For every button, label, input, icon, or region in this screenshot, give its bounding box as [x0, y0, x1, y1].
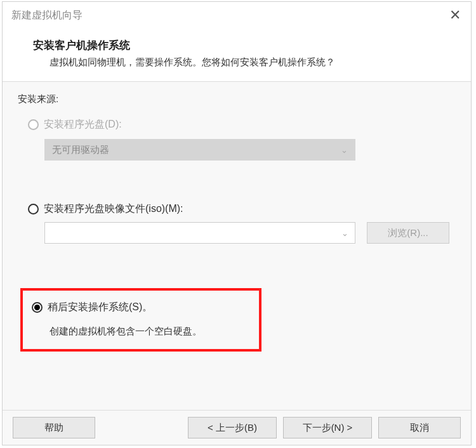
option-later-description: 创建的虚拟机将包含一个空白硬盘。 — [50, 326, 248, 338]
next-button[interactable]: 下一步(N) > — [283, 417, 372, 438]
highlight-annotation: 稍后安装操作系统(S)。 创建的虚拟机将包含一个空白硬盘。 — [20, 288, 261, 352]
option-disc-label: 安装程序光盘(D): — [44, 118, 122, 131]
option-iso-file[interactable]: 安装程序光盘映像文件(iso)(M): — [28, 202, 456, 216]
option-later-label: 稍后安装操作系统(S)。 — [48, 301, 152, 314]
wizard-content: 安装来源: 安装程序光盘(D): 无可用驱动器 ⌄ 安装程序光盘映像文件(iso… — [3, 82, 471, 410]
browse-button[interactable]: 浏览(R)... — [367, 222, 449, 244]
drive-select-text: 无可用驱动器 — [52, 144, 109, 156]
radio-icon — [28, 119, 39, 130]
window-title: 新建虚拟机向导 — [11, 9, 83, 22]
wizard-header: 安装客户机操作系统 虚拟机如同物理机，需要操作系统。您将如何安装客户机操作系统？ — [3, 29, 471, 82]
drive-select: 无可用驱动器 ⌄ — [44, 139, 355, 161]
option-installer-disc[interactable]: 安装程序光盘(D): — [28, 118, 456, 131]
iso-row: ⌄ 浏览(R)... — [44, 222, 456, 244]
header-subtitle: 虚拟机如同物理机，需要操作系统。您将如何安装客户机操作系统？ — [33, 56, 456, 69]
source-section-label: 安装来源: — [18, 93, 456, 105]
iso-path-select[interactable]: ⌄ — [44, 222, 355, 244]
back-button[interactable]: < 上一步(B) — [188, 417, 277, 438]
close-icon[interactable]: ✕ — [443, 6, 467, 25]
chevron-down-icon: ⌄ — [341, 145, 348, 155]
cancel-button[interactable]: 取消 — [378, 417, 461, 438]
radio-icon — [28, 204, 39, 214]
wizard-dialog: 新建虚拟机向导 ✕ 安装客户机操作系统 虚拟机如同物理机，需要操作系统。您将如何… — [2, 1, 472, 445]
wizard-footer: 帮助 < 上一步(B) 下一步(N) > 取消 — [3, 410, 471, 445]
titlebar: 新建虚拟机向导 ✕ — [3, 2, 471, 29]
chevron-down-icon: ⌄ — [341, 228, 348, 238]
option-iso-label: 安装程序光盘映像文件(iso)(M): — [44, 202, 183, 216]
help-button[interactable]: 帮助 — [13, 417, 95, 438]
option-install-later[interactable]: 稍后安装操作系统(S)。 — [32, 301, 248, 314]
radio-icon — [32, 302, 43, 313]
header-title: 安装客户机操作系统 — [33, 38, 456, 53]
